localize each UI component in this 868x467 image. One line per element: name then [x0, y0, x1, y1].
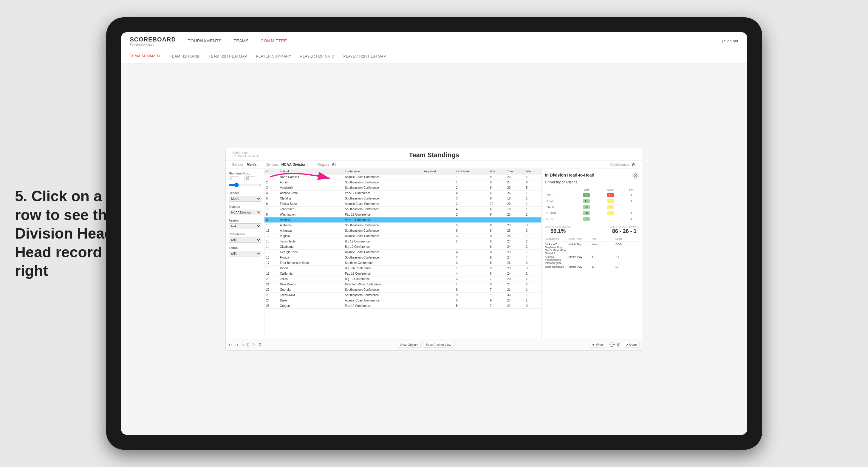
rounds-slider[interactable] [229, 183, 261, 187]
gender-select[interactable]: Men's Women's [229, 196, 261, 201]
app-toolbar: ↩ ↪ ⇥ ⎘ ⊕ ⏱ View: Original Save Custom V… [226, 339, 643, 350]
table-row[interactable]: 10AlabamaSoutheastern Conference58233 [265, 222, 541, 228]
table-row[interactable]: 16FloridaSoutheastern Conference79244 [265, 255, 541, 260]
school-select[interactable]: (All) [229, 251, 261, 256]
update-time-value: 27/03/2024 16:56:26 [232, 154, 276, 158]
nav-tournaments[interactable]: TOURNAMENTS [188, 37, 221, 45]
table-row[interactable]: 19CaliforniaPac-12 Conference48242 [265, 271, 541, 276]
table-row[interactable]: 25OregonPac-12 Conference57210 [265, 303, 541, 308]
nav-committee[interactable]: COMMITTEE [260, 37, 287, 45]
table-row[interactable]: 8WashingtonPac-12 Conference28231 [265, 212, 541, 217]
table-row[interactable]: 15Georgia TechAtlantic Coast Conference4… [265, 249, 541, 255]
h2h-row-top10: Top 10 3 13 0 [545, 192, 639, 198]
h2h-stats-row: Opponents in division: 99.1% W-L-T recor… [545, 225, 639, 235]
col-win: Win [524, 169, 541, 175]
table-row-arizona[interactable]: 9ArizonaPac-12 Conference [265, 217, 541, 222]
conference-select[interactable]: (All) [229, 237, 261, 243]
app-title: Team Standings [276, 151, 592, 159]
table-row[interactable]: 23Texas A&MSoutheastern Conference910301 [265, 292, 541, 298]
min-rounds-input[interactable] [229, 176, 239, 181]
h2h-col-loss: Loss [598, 187, 623, 192]
sign-out[interactable]: | Sign out [722, 39, 738, 43]
tournament-row: Jackson T. Stephens Cup Men's Match-Play… [545, 243, 639, 255]
conference-filter: Conference: All [610, 162, 636, 167]
division-filter: Division: NCAA Division I [266, 162, 309, 167]
h2h-school: University of Arizona [545, 180, 639, 184]
table-row[interactable]: 12VirginiaAtlantic Coast Conference38241 [265, 233, 541, 239]
table-row[interactable]: 2AuburnSoutheastern Conference19276 [265, 180, 541, 185]
filter-gender: Gender Men's Women's [229, 191, 261, 201]
tab-team-summary[interactable]: TEAM SUMMARY [130, 54, 161, 59]
table-row[interactable]: 1North CarolinaAtlantic Coast Conference… [265, 174, 541, 180]
table-row[interactable]: 4Arizona StatePac-12 Conference46261 [265, 190, 541, 196]
tournament-row: Arizona Thunderbirds Intercollegiate Str… [545, 255, 639, 264]
h2h-col-tie: Tie [623, 187, 639, 192]
top-nav: SCOREBOARD Powered by clippd TOURNAMENTS… [121, 32, 747, 50]
nav-teams[interactable]: TEAMS [234, 37, 249, 45]
logo-text: SCOREBOARD [130, 36, 176, 43]
tab-player-h2h-grid[interactable]: PLAYER H2H GRID [300, 54, 335, 59]
table-row[interactable]: 11ArkansasSoutheastern Conference68233 [265, 228, 541, 233]
table-row[interactable]: 21New MexicoMountain West Conference1927… [265, 281, 541, 287]
tab-player-summary[interactable]: PLAYER SUMMARY [256, 54, 291, 59]
table-row[interactable]: 22GeorgiaSoutheastern Conference87211 [265, 287, 541, 292]
filter-division: Division NCAA Division I [229, 205, 261, 215]
col-conf-rank: Conf Rank [454, 169, 488, 175]
update-time-label: Update time: [232, 151, 276, 154]
main-content: Update time: 27/03/2024 16:56:26 Team St… [121, 64, 747, 435]
filters-sidebar: Minimum Rou... — Gender [226, 169, 265, 339]
standings-table: # School Conference Reg Rank Conf Rank R… [265, 169, 541, 309]
max-rounds-input[interactable] [245, 176, 255, 181]
logo-area: SCOREBOARD Powered by clippd [130, 36, 176, 46]
tablet-device: SCOREBOARD Powered by clippd TOURNAMENTS… [106, 17, 762, 450]
sub-nav: TEAM SUMMARY TEAM H2H GRID TEAM H2H HEAT… [121, 50, 747, 64]
chat-icon[interactable]: 💬 [610, 342, 615, 347]
tab-player-h2h-heatmap[interactable]: PLAYER H2H HEATMAP [343, 54, 386, 59]
col-rds: Rds [488, 169, 505, 175]
view-original-button[interactable]: View: Original [397, 342, 421, 348]
table-row[interactable]: 6Florida StateAtlantic Coast Conference2… [265, 201, 541, 206]
filter-row: Gender: Men's Division: NCAA Division I … [226, 161, 643, 169]
filter-conference: Conference (All) [229, 232, 261, 243]
h2h-col-win: Win [574, 187, 598, 192]
tab-team-h2h-grid[interactable]: TEAM H2H GRID [170, 54, 200, 59]
region-filter: Region: All [317, 162, 336, 167]
table-row[interactable]: 24DukeAtlantic Coast Conference59271 [265, 298, 541, 303]
h2h-row-26-50: 26-50 25 2 1 [545, 204, 639, 210]
nav-items: TOURNAMENTS TEAMS COMMITTEE [188, 37, 722, 45]
forward-icon[interactable]: ⇥ [241, 342, 244, 347]
undo-icon[interactable]: ↩ [229, 342, 232, 347]
table-row[interactable]: 5Ole MissSoutheastern Conference36181 [265, 196, 541, 201]
copy-icon[interactable]: ⎘ [247, 342, 249, 347]
col-reg-rank: Reg Rank [422, 169, 454, 175]
table-row[interactable]: 3VanderbiltSoutheastern Conference28235 [265, 185, 541, 190]
region-select[interactable]: N/A [229, 223, 261, 229]
app-header: Update time: 27/03/2024 16:56:26 Team St… [226, 148, 643, 161]
table-row[interactable]: 18IllinoisBig Ten Conference19233 [265, 266, 541, 271]
table-row[interactable]: 20TexasBig 12 Conference37202 [265, 276, 541, 281]
grid-icon[interactable]: ⊞ [617, 342, 621, 347]
share-button[interactable]: ↗ Share [623, 342, 640, 348]
h2h-table: Win Loss Tie Top 10 3 13 [545, 187, 639, 222]
tournament-row: Cabo Collegiate Stroke Play 11 17 [545, 266, 639, 269]
h2h-title: In Division Head-to-Head [545, 173, 595, 178]
division-select[interactable]: NCAA Division I [229, 210, 261, 215]
col-conference: Conference [343, 169, 423, 175]
watch-button[interactable]: 👁 Watch [589, 342, 607, 348]
table-row[interactable]: 7TennesseeSoutheastern Conference46181 [265, 206, 541, 212]
table-row[interactable]: 14OklahomaBig 12 Conference6242 [265, 244, 541, 249]
scoreboard-app: Update time: 27/03/2024 16:56:26 Team St… [225, 148, 643, 351]
paste-icon[interactable]: ⊕ [251, 342, 255, 347]
table-row[interactable]: 13Texas TechBig 12 Conference19272 [265, 239, 541, 244]
h2h-close-button[interactable]: ✕ [632, 173, 639, 179]
wlt-stat: W-L-T record in-division: 86 - 26 - 1 [610, 225, 639, 235]
h2h-row-51-100: 51-100 20 3 0 [545, 210, 639, 216]
redo-icon[interactable]: ↪ [235, 342, 238, 347]
h2h-row-100plus: >100 27 0 [545, 216, 639, 222]
clock-icon[interactable]: ⏱ [257, 342, 261, 347]
standings-area: # School Conference Reg Rank Conf Rank R… [265, 169, 541, 339]
save-custom-view-button[interactable]: Save Custom View [423, 342, 454, 348]
table-row[interactable]: 17East Tennessee StateSouthern Conferenc… [265, 260, 541, 266]
tab-team-h2h-heatmap[interactable]: TEAM H2H HEATMAP [209, 54, 247, 59]
h2h-row-11-25: 11-25 11 8 0 [545, 198, 639, 204]
